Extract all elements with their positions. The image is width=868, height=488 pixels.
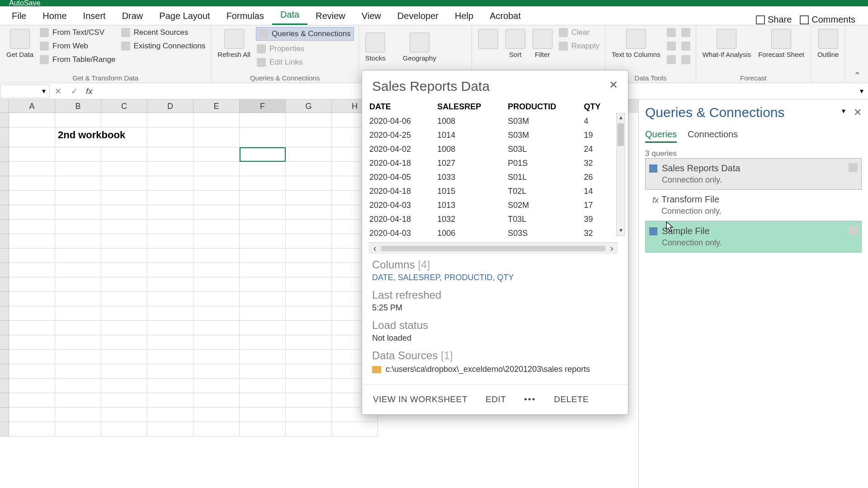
table-cell: 2020-04-25 [362,128,430,142]
menu-developer[interactable]: Developer [389,7,447,25]
get-data-button[interactable]: Get Data [5,27,35,60]
query-item-sales-reports-data[interactable]: Sales Reports Data Connection only. [645,158,862,190]
pane-dropdown-icon[interactable]: ▾ [842,107,845,118]
share-icon [756,15,765,24]
menu-data[interactable]: Data [272,6,307,25]
remove-duplicates-button[interactable] [666,41,677,52]
menu-page-layout[interactable]: Page Layout [151,7,218,25]
accept-formula-button[interactable]: ✓ [66,86,82,96]
scroll-left-icon[interactable]: ‹ [368,243,381,253]
preview-horizontal-scrollbar[interactable]: ‹ › [368,242,618,254]
whatif-button[interactable]: What-If Analysis [701,27,753,60]
menu-review[interactable]: Review [307,7,354,25]
share-button[interactable]: Share [756,14,792,25]
ribbon-group-outline: Outline [811,25,846,83]
scroll-up-icon[interactable]: ▴ [617,113,625,122]
column-header-f[interactable]: F [240,99,286,113]
menu-view[interactable]: View [354,7,389,25]
refresh-all-button[interactable]: Refresh All [216,27,252,60]
scroll-track[interactable] [381,246,605,251]
query-item-transform-file[interactable]: fx Transform File Connection only. [645,190,862,221]
properties-button[interactable]: Properties [256,43,354,54]
recent-sources-button[interactable]: Recent Sources [120,27,207,38]
rd-icon [667,42,676,51]
column-header-d[interactable]: D [147,99,193,113]
tab-queries[interactable]: Queries [645,129,677,143]
select-all-corner[interactable] [0,99,9,113]
from-web-button[interactable]: From Web [39,41,117,52]
close-preview-button[interactable]: ✕ [609,79,618,94]
sort-icon [505,29,525,49]
table-cell: 1015 [430,184,500,198]
scroll-down-icon[interactable]: ▾ [617,226,625,235]
geography-button[interactable]: Geography [401,31,438,64]
tab-connections[interactable]: Connections [688,129,738,143]
column-header-g[interactable]: G [286,99,332,113]
table-icon [649,164,657,173]
preview-title: Sales Reports Data [372,79,490,94]
collapse-ribbon-button[interactable]: ⌃ [854,70,863,80]
cell-b2[interactable]: 2nd workbook [55,127,147,147]
from-text-csv-button[interactable]: From Text/CSV [39,27,117,38]
fx-label[interactable]: fx [82,86,96,96]
name-box[interactable]: ▾ [0,84,50,98]
queries-connections-toggle[interactable]: Queries & Connections [256,27,354,41]
clear-filter-button[interactable]: Clear [558,27,600,38]
column-header-c[interactable]: C [101,99,147,113]
menu-formulas[interactable]: Formulas [218,7,272,25]
stocks-icon [365,33,385,52]
edit-button[interactable]: EDIT [486,394,506,404]
sort-button[interactable]: Sort [504,27,527,60]
forecast-icon [771,29,791,49]
existing-connections-button[interactable]: Existing Connections [120,41,207,52]
query-action-icon[interactable] [849,226,858,235]
from-table-range-button[interactable]: From Table/Range [39,54,117,65]
view-in-worksheet-button[interactable]: VIEW IN WORKSHEET [373,394,467,404]
pane-tabs: Queries Connections [645,129,862,143]
reapply-icon [559,42,568,51]
menu-draw[interactable]: Draw [114,7,151,25]
data-validation-button[interactable] [666,54,677,65]
cancel-formula-button[interactable]: ✕ [50,86,66,96]
col-header: DATE [362,99,430,114]
reapply-filter-button[interactable]: Reapply [558,41,600,52]
filter-button[interactable]: Filter [531,27,554,60]
expand-formula-bar-button[interactable]: ▾ [860,87,863,95]
column-header-e[interactable]: E [193,99,240,113]
menu-home[interactable]: Home [34,7,75,25]
query-status: Connection only. [662,238,844,248]
chevron-down-icon[interactable]: ▾ [42,87,46,95]
relationships-button[interactable] [680,41,691,52]
menu-acrobat[interactable]: Acrobat [481,7,529,25]
scroll-thumb[interactable] [618,123,624,146]
query-item-sample-file[interactable]: Sample File Connection only. [645,221,862,253]
data-model-button[interactable] [680,54,691,65]
forecast-sheet-button[interactable]: Forecast Sheet [756,27,806,60]
close-pane-button[interactable]: ✕ [854,107,862,118]
table-cell: T02L [500,184,576,198]
table-cell: 1033 [430,170,500,184]
scroll-right-icon[interactable]: › [605,243,618,253]
menu-insert[interactable]: Insert [75,7,114,25]
query-action-icon[interactable] [849,163,858,172]
outline-button[interactable]: Outline [816,27,841,60]
more-actions-button[interactable]: ••• [524,394,536,404]
consolidate-button[interactable] [680,27,691,38]
comments-button[interactable]: Comments [800,14,855,25]
edit-links-button[interactable]: Edit Links [256,57,354,68]
flash-fill-button[interactable] [666,27,677,38]
ff-icon [667,28,676,37]
menu-help[interactable]: Help [447,7,481,25]
stocks-button[interactable]: Stocks [363,31,387,64]
props-icon [257,44,266,53]
text-to-columns-button[interactable]: Text to Columns [610,27,662,60]
delete-button[interactable]: DELETE [554,394,589,404]
menu-file[interactable]: File [4,7,34,25]
table-cell: 2020-04-02 [362,142,430,156]
query-preview-flyout: Sales Reports Data ✕ DATE SALESREP PRODU… [362,70,628,415]
preview-vertical-scrollbar[interactable]: ▴ ▾ [616,113,625,236]
column-header-a[interactable]: A [9,99,55,113]
selected-cell[interactable] [240,147,286,162]
column-header-b[interactable]: B [55,99,101,113]
sort-az-button[interactable] [476,27,500,51]
